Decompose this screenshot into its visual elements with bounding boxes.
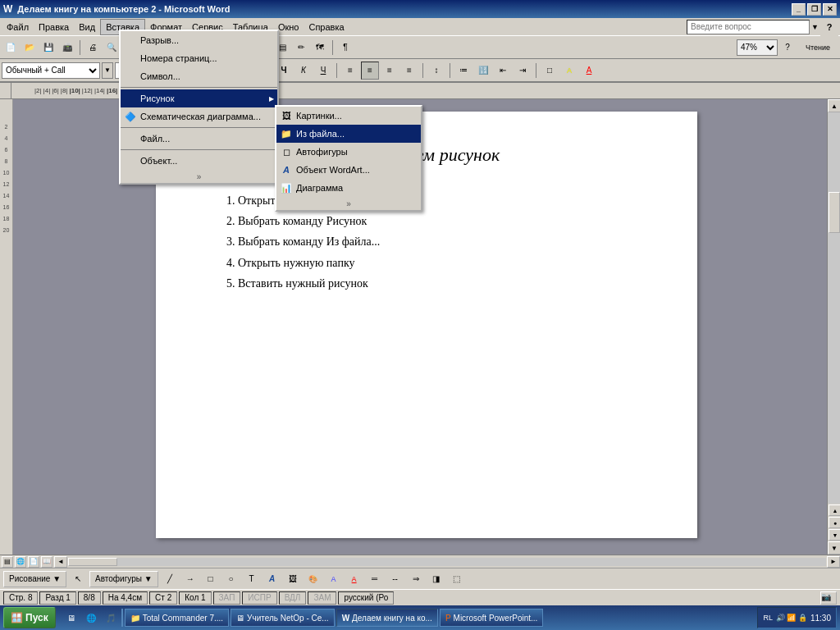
taskbar: 🪟 Пуск 🖥 🌐 🎵 📁 Total Commander 7.... 🖥 У… [0, 605, 840, 630]
reading-button[interactable]: Чтение [797, 39, 838, 57]
media-button[interactable]: 🎵 [102, 609, 120, 627]
oval-button[interactable]: ○ [222, 570, 240, 588]
zoom-help-button[interactable]: ? [778, 39, 797, 57]
align-justify-button[interactable]: ≡ [400, 62, 418, 80]
ie-button[interactable]: 🌐 [82, 609, 100, 627]
clipart-button2[interactable]: 🖼 [284, 570, 302, 588]
new-button[interactable]: 📄 [2, 39, 20, 57]
draw-select-button[interactable]: ↖ [69, 570, 87, 588]
menu-object[interactable]: Объект... [121, 152, 277, 170]
preview-button[interactable]: 🔍 [103, 39, 121, 57]
arrow-button[interactable]: → [181, 570, 199, 588]
menu-help[interactable]: Справка [304, 19, 349, 35]
rect-button[interactable]: □ [202, 570, 220, 588]
print-button[interactable]: 🖨 [84, 39, 102, 57]
arrow-style-button[interactable]: ⇒ [407, 570, 425, 588]
draw-menu-button[interactable]: Рисование ▼ [3, 571, 66, 587]
wordart-button2[interactable]: A [263, 570, 281, 588]
dot-button[interactable]: ● [829, 517, 840, 528]
help-button[interactable]: ? [820, 18, 838, 36]
italic-button[interactable]: К [294, 62, 313, 80]
list-bullet-button[interactable]: ≔ [454, 62, 472, 80]
indent-less-button[interactable]: ⇤ [494, 62, 512, 80]
menu-file-insert[interactable]: Файл... [121, 130, 277, 148]
menu-schema-diagram[interactable]: 🔷 Схематическая диаграмма... [121, 107, 277, 126]
font-color-button[interactable]: A [580, 62, 598, 80]
submenu-wordart[interactable]: A Объект WordArt... [276, 161, 421, 179]
horizontal-scrollbar[interactable]: ▤ 🌐 📄 📖 ◄ ► [0, 555, 840, 568]
border-button[interactable]: □ [541, 62, 559, 80]
autoshapes-button[interactable]: Автофигуры ▼ [89, 571, 158, 587]
style-select[interactable]: Обычный + Call [2, 62, 100, 79]
tray-icons: 🔊 📶 🔒 [776, 614, 807, 622]
menu-file[interactable]: Файл [2, 19, 34, 35]
scroll-left-button[interactable]: ◄ [54, 556, 67, 568]
line-style-button[interactable]: ═ [366, 570, 384, 588]
h-scroll-track[interactable] [68, 558, 826, 566]
start-button[interactable]: 🪟 Пуск [3, 607, 56, 628]
minimize-button[interactable]: _ [792, 3, 806, 16]
submenu-diagram[interactable]: 📊 Диаграмма [276, 179, 421, 197]
line-spacing-button[interactable]: ↕ [427, 62, 445, 80]
submenu-from-file[interactable]: 📁 Из файла... [276, 125, 421, 143]
open-button[interactable]: 📂 [21, 39, 39, 57]
h-scroll-thumb[interactable] [68, 558, 117, 566]
menu-break[interactable]: Разрыв... [121, 31, 277, 49]
submenu-autoshapes[interactable]: ◻ Автофигуры [276, 143, 421, 161]
taskbar-powerpoint[interactable]: P Microsoft PowerPoint... [440, 609, 543, 627]
highlight-button[interactable]: A [560, 62, 578, 80]
help-search-arrow[interactable]: ▼ [810, 23, 820, 31]
reading-view-btn[interactable]: 📖 [41, 556, 52, 568]
zoom-select[interactable]: 47% [737, 39, 778, 56]
line-button[interactable]: ╱ [161, 570, 179, 588]
fill-color-button[interactable]: 🎨 [304, 570, 322, 588]
list-num-button[interactable]: 🔢 [474, 62, 492, 80]
fax-button[interactable]: 📠 [58, 39, 76, 57]
taskbar-netop[interactable]: 🖥 Учитель NetOp - Се... [231, 609, 335, 627]
textbox-button[interactable]: T [243, 570, 261, 588]
indent-more-button[interactable]: ⇥ [514, 62, 532, 80]
taskbar-total-commander[interactable]: 📁 Total Commander 7.... [125, 609, 229, 627]
align-left-button[interactable]: ≡ [341, 62, 359, 80]
show-desktop-button[interactable]: 🖥 [62, 609, 80, 627]
menu-picture[interactable]: Рисунок [121, 89, 277, 107]
drawing-button[interactable]: ✏ [292, 39, 310, 57]
scroll-right-button[interactable]: ► [827, 556, 840, 568]
line-color-button[interactable]: A [325, 570, 343, 588]
menu-edit[interactable]: Правка [34, 19, 74, 35]
scroll-next-page[interactable]: ▼ [829, 529, 840, 541]
restore-button[interactable]: ❐ [807, 3, 821, 16]
clock: 11:30 [810, 614, 831, 623]
close-button[interactable]: ✕ [823, 3, 837, 16]
dash-style-button[interactable]: -- [386, 570, 404, 588]
underline-button[interactable]: Ч [314, 62, 332, 80]
font-color-button2[interactable]: A [345, 570, 363, 588]
scroll-thumb[interactable] [829, 192, 840, 233]
scroll-up-button[interactable]: ▲ [828, 99, 840, 112]
align-right-button[interactable]: ≡ [381, 62, 399, 80]
align-center-button[interactable]: ≡ [361, 62, 379, 80]
scroll-prev-page[interactable]: ▲ [829, 504, 840, 516]
normal-view-btn[interactable]: ▤ [2, 556, 13, 568]
scroll-track[interactable] [828, 112, 840, 504]
menu-view[interactable]: Вид [74, 19, 100, 35]
docmap-button[interactable]: 🗺 [311, 39, 329, 57]
expand-button[interactable]: » [121, 170, 277, 183]
statusbar: Стр. 8 Разд 1 8/8 На 4,4см Ст 2 Кол 1 ЗА… [0, 589, 840, 605]
menu-symbol[interactable]: Символ... [121, 67, 277, 85]
scroll-down-button[interactable]: ▼ [828, 541, 840, 555]
vertical-scrollbar[interactable]: ▲ ▲ ● ▼ ▼ [827, 99, 840, 555]
help-search-input[interactable] [687, 20, 810, 34]
menu-page-numbers[interactable]: Номера страниц... [121, 49, 277, 67]
print-view-btn[interactable]: 📄 [28, 556, 39, 568]
save-button[interactable]: 💾 [39, 39, 57, 57]
shadow-button[interactable]: ◨ [427, 570, 445, 588]
status-page-of: 8/8 [78, 591, 101, 605]
show-format-button[interactable]: ¶ [336, 39, 354, 57]
taskbar-word[interactable]: W Делаем книгу на ко... [336, 609, 438, 627]
submenu-clipart[interactable]: 🖼 Картинки... [276, 107, 421, 125]
style-dropdown[interactable]: ▼ [102, 62, 113, 79]
expand-button2[interactable]: » [276, 197, 421, 210]
web-view-btn[interactable]: 🌐 [15, 556, 26, 568]
3d-button[interactable]: ⬚ [448, 570, 466, 588]
